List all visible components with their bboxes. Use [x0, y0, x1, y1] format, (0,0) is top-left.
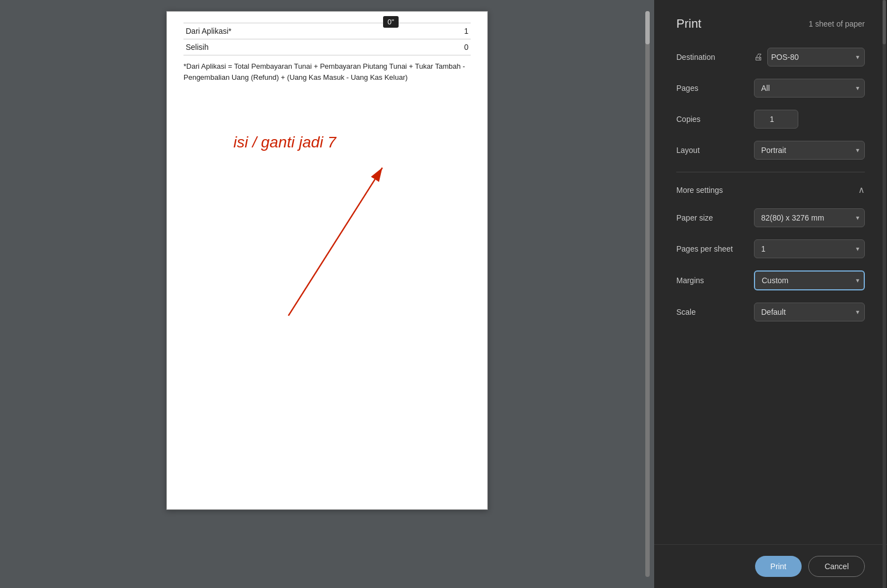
- pages-select-wrapper: All Custom range: [754, 79, 865, 98]
- chevron-up-icon: ∧: [858, 185, 865, 195]
- copies-control: [754, 110, 865, 129]
- copies-row: Copies: [676, 110, 865, 129]
- preview-table: Dari Aplikasi* 1 Selisih 0: [183, 23, 471, 55]
- tooltip-bubble: 0": [383, 16, 399, 28]
- pages-per-sheet-select-wrapper: 1 2 4: [754, 239, 865, 258]
- layout-select-wrapper: Portrait Landscape: [754, 141, 865, 160]
- more-settings-toggle[interactable]: More settings ∧: [676, 185, 865, 195]
- paper-size-control: 82(80) x 3276 mm: [754, 208, 865, 227]
- pages-per-sheet-select[interactable]: 1 2 4: [754, 239, 865, 258]
- pages-per-sheet-label: Pages per sheet: [676, 244, 754, 253]
- table-cell-value: 0: [428, 39, 471, 55]
- page-preview: 0" Dari Aplikasi* 1 Selisih 0 *Dari Apli…: [166, 11, 488, 510]
- settings-title: Print: [676, 17, 701, 31]
- margins-select[interactable]: Default None Minimum Custom: [754, 270, 865, 290]
- pages-per-sheet-control: 1 2 4: [754, 239, 865, 258]
- print-button[interactable]: Print: [755, 556, 802, 577]
- table-cell-label: Selisih: [183, 39, 428, 55]
- destination-select[interactable]: POS-80 Save as PDF Microsoft Print to PD…: [767, 48, 865, 67]
- layout-label: Layout: [676, 146, 754, 155]
- margins-control: Default None Minimum Custom: [754, 270, 865, 290]
- preview-scrollbar[interactable]: [645, 11, 650, 577]
- more-settings-label: More settings: [676, 186, 723, 195]
- pages-row: Pages All Custom range: [676, 79, 865, 98]
- pages-per-sheet-row: Pages per sheet 1 2 4: [676, 239, 865, 258]
- scale-label: Scale: [676, 308, 754, 316]
- settings-scrollbar: [883, 0, 886, 588]
- scale-select-wrapper: Default Custom: [754, 303, 865, 321]
- svg-line-1: [288, 168, 382, 316]
- scale-select[interactable]: Default Custom: [754, 303, 865, 321]
- settings-footer: Print Cancel: [654, 544, 887, 588]
- table-row: Selisih 0: [183, 39, 471, 55]
- layout-row: Layout Portrait Landscape: [676, 141, 865, 160]
- pages-label: Pages: [676, 84, 754, 93]
- annotation-overlay: isi / ganti jadi 7: [167, 12, 487, 509]
- destination-select-wrapper: 🖨 POS-80 Save as PDF Microsoft Print to …: [754, 48, 865, 67]
- annotation-text: isi / ganti jadi 7: [233, 134, 336, 151]
- settings-panel: Print 1 sheet of paper Destination 🖨 POS…: [654, 0, 887, 588]
- paper-size-row: Paper size 82(80) x 3276 mm: [676, 208, 865, 227]
- pages-control: All Custom range: [754, 79, 865, 98]
- destination-label: Destination: [676, 53, 754, 62]
- pages-select[interactable]: All Custom range: [754, 79, 865, 98]
- copies-label: Copies: [676, 115, 754, 124]
- annotation-arrow: [167, 12, 487, 509]
- paper-size-select[interactable]: 82(80) x 3276 mm: [754, 208, 865, 227]
- layout-select[interactable]: Portrait Landscape: [754, 141, 865, 160]
- destination-row: Destination 🖨 POS-80 Save as PDF Microso…: [676, 48, 865, 67]
- margins-label: Margins: [676, 276, 754, 285]
- destination-control: 🖨 POS-80 Save as PDF Microsoft Print to …: [754, 48, 865, 67]
- printer-icon: 🖨: [754, 52, 763, 62]
- layout-control: Portrait Landscape: [754, 141, 865, 160]
- copies-input[interactable]: [754, 110, 798, 129]
- settings-header: Print 1 sheet of paper: [676, 17, 865, 31]
- settings-subtitle: 1 sheet of paper: [809, 19, 865, 28]
- settings-scrollbar-thumb: [883, 0, 886, 44]
- preview-scrollbar-thumb: [645, 11, 650, 44]
- scale-control: Default Custom: [754, 303, 865, 321]
- margins-select-wrapper: Default None Minimum Custom: [754, 270, 865, 290]
- footnote-text: *Dari Aplikasi = Total Pembayaran Tunai …: [183, 61, 471, 83]
- paper-size-select-wrapper: 82(80) x 3276 mm: [754, 208, 865, 227]
- settings-scroll-area[interactable]: Print 1 sheet of paper Destination 🖨 POS…: [654, 0, 887, 544]
- paper-size-label: Paper size: [676, 213, 754, 222]
- table-cell-value: 1: [428, 23, 471, 39]
- divider-1: [676, 172, 865, 172]
- table-row: Dari Aplikasi* 1: [183, 23, 471, 39]
- preview-panel: 0" Dari Aplikasi* 1 Selisih 0 *Dari Apli…: [0, 0, 654, 588]
- settings-scrollbar-track: [883, 0, 886, 588]
- cancel-button[interactable]: Cancel: [808, 556, 865, 577]
- margins-row: Margins Default None Minimum Custom: [676, 270, 865, 290]
- scale-row: Scale Default Custom: [676, 303, 865, 321]
